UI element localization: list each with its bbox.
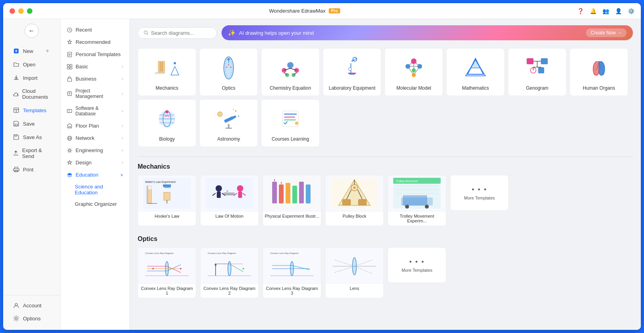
astronomy-thumb bbox=[209, 104, 248, 134]
sidebar-item-save[interactable]: Save bbox=[6, 117, 57, 130]
personal-label: Personal Templates bbox=[76, 51, 121, 57]
svg-text:✓: ✓ bbox=[296, 122, 298, 125]
template-hookes[interactable]: Matter's Law Experiment bbox=[138, 175, 196, 226]
sidebar-item-project[interactable]: Project Management › bbox=[61, 85, 129, 102]
sidebar-item-account[interactable]: Account bbox=[6, 299, 57, 312]
sidebar-item-floor[interactable]: Floor Plan › bbox=[61, 120, 129, 132]
maximize-button[interactable]: □ bbox=[27, 8, 32, 14]
back-button[interactable]: ← bbox=[25, 24, 39, 38]
category-astronomy[interactable]: Astronomy bbox=[199, 99, 258, 147]
ai-banner[interactable]: ✨ AI drawing helps open your mind Create… bbox=[222, 25, 633, 40]
mechanics-section: Mechanics Matter's Law Experiment bbox=[138, 163, 633, 226]
sidebar-sub-item-science[interactable]: Science and Education bbox=[61, 181, 129, 198]
template-lens[interactable]: Lens bbox=[325, 247, 384, 298]
close-button[interactable]: × bbox=[9, 8, 15, 14]
notification-icon[interactable]: 🔔 bbox=[589, 8, 597, 15]
template-convex3[interactable]: Convex Lens Ray Diagram bbox=[263, 247, 321, 298]
project-label: Project Management bbox=[76, 88, 119, 99]
svg-rect-127 bbox=[238, 192, 242, 198]
svg-rect-16 bbox=[70, 64, 72, 66]
category-mathematics[interactable]: Mathematics bbox=[446, 48, 505, 96]
recommended-icon bbox=[67, 40, 72, 45]
mechanics-template-grid: Matter's Law Experiment bbox=[138, 175, 633, 226]
more-mechanics-button[interactable]: • • • More Templates bbox=[450, 175, 509, 211]
sidebar-item-templates[interactable]: Templates bbox=[6, 104, 57, 117]
category-mechanics[interactable]: Mechanics bbox=[138, 48, 196, 96]
sidebar-item-education[interactable]: Education ∨ bbox=[61, 169, 129, 181]
svg-point-74 bbox=[412, 73, 416, 77]
search-input[interactable] bbox=[151, 30, 211, 36]
new-add-button[interactable]: + bbox=[44, 48, 51, 54]
pulley-label: Pulley Block bbox=[326, 211, 383, 221]
floor-chevron: › bbox=[122, 124, 123, 128]
sidebar-item-open[interactable]: Open bbox=[6, 58, 57, 71]
trolley-label: Trolley Movement Experim... bbox=[388, 211, 446, 226]
create-now-button[interactable]: Create Now → bbox=[586, 28, 627, 37]
sidebar-item-network[interactable]: Network › bbox=[61, 132, 129, 144]
sidebar-item-engineering[interactable]: Engineering › bbox=[61, 144, 129, 156]
mechanics-section-title: Mechanics bbox=[138, 163, 633, 170]
business-icon bbox=[67, 76, 72, 82]
engineering-chevron: › bbox=[122, 148, 123, 152]
network-chevron: › bbox=[122, 136, 123, 140]
sidebar-item-recommended[interactable]: Recommended bbox=[61, 36, 129, 48]
sidebar-item-options[interactable]: Options bbox=[6, 312, 57, 325]
help-icon[interactable]: ❓ bbox=[577, 8, 584, 15]
convex2-label: Convex Lens Ray Diagram 2 bbox=[201, 283, 258, 298]
svg-point-167 bbox=[180, 268, 182, 269]
title-bar-right: ❓ 🔔 👥 👤 ⚙️ bbox=[577, 8, 635, 15]
svg-rect-132 bbox=[272, 182, 277, 203]
category-courses[interactable]: ✓ Courses Learning bbox=[261, 99, 320, 147]
project-icon bbox=[67, 91, 72, 96]
template-trolley[interactable]: Trolley Movement bbox=[388, 175, 446, 226]
more-optics-button[interactable]: • • • More Templates bbox=[388, 247, 446, 283]
svg-line-31 bbox=[147, 34, 148, 35]
svg-point-40 bbox=[227, 58, 230, 60]
sidebar-item-saveas[interactable]: Save As bbox=[6, 131, 57, 143]
sidebar-item-design[interactable]: Design › bbox=[61, 156, 129, 169]
sidebar-item-print[interactable]: Print bbox=[6, 163, 57, 176]
team-icon[interactable]: 👥 bbox=[602, 8, 609, 15]
svg-point-8 bbox=[15, 303, 17, 306]
mathematics-label: Mathematics bbox=[462, 85, 489, 91]
cloud-label: Cloud Documents bbox=[22, 88, 51, 100]
category-genogram[interactable]: Genogram bbox=[508, 48, 566, 96]
sidebar-item-recent[interactable]: Recent bbox=[61, 24, 129, 36]
category-lab[interactable]: Laboratory Equipment bbox=[323, 48, 381, 96]
sidebar-item-new[interactable]: New + bbox=[6, 45, 57, 57]
sidebar-item-export[interactable]: Export & Send bbox=[6, 144, 57, 162]
open-label: Open bbox=[23, 62, 36, 68]
template-physical[interactable]: Physical Experiment Illustr... bbox=[263, 175, 321, 226]
category-optics[interactable]: Optics bbox=[199, 48, 258, 96]
biology-thumb bbox=[147, 104, 187, 134]
svg-point-126 bbox=[237, 185, 243, 192]
network-icon bbox=[67, 135, 72, 141]
sidebar-item-personal[interactable]: Personal Templates bbox=[61, 48, 129, 60]
account-icon bbox=[13, 302, 20, 309]
minimize-button[interactable]: − bbox=[18, 8, 24, 14]
category-human-organs[interactable]: Human Organs bbox=[570, 48, 628, 96]
svg-rect-107 bbox=[284, 113, 297, 115]
template-law-motion[interactable]: F Law Of Motion bbox=[200, 175, 259, 226]
sidebar-item-business[interactable]: Business › bbox=[61, 73, 129, 85]
svg-rect-6 bbox=[15, 124, 17, 126]
biology-label: Biology bbox=[159, 136, 174, 142]
template-convex1[interactable]: Convex Lens Ray Diagram bbox=[138, 247, 196, 298]
category-molecular[interactable]: Molecular Model bbox=[385, 48, 443, 96]
back-icon: ← bbox=[28, 27, 35, 34]
genogram-thumb bbox=[517, 53, 557, 83]
template-pulley[interactable]: Pulley Block bbox=[325, 175, 384, 226]
user-icon[interactable]: 👤 bbox=[615, 8, 622, 15]
template-convex2[interactable]: Convex Lens Ray Diagram bbox=[200, 247, 259, 298]
category-biology[interactable]: Biology bbox=[138, 99, 196, 147]
search-box[interactable] bbox=[138, 27, 217, 39]
settings-icon[interactable]: ⚙️ bbox=[627, 8, 635, 15]
education-chevron: ∨ bbox=[120, 173, 123, 177]
sidebar-item-basic[interactable]: Basic › bbox=[61, 60, 129, 73]
sidebar-sub-item-graphic[interactable]: Graphic Organizer bbox=[61, 198, 129, 210]
optics-section: Optics Convex Lens Ray Diagram bbox=[138, 235, 633, 298]
category-chemistry[interactable]: HO OH Chemistry Equation bbox=[261, 48, 320, 96]
sidebar-item-import[interactable]: Import bbox=[6, 71, 57, 84]
sidebar-item-software[interactable]: Software & Database › bbox=[61, 102, 129, 120]
sidebar-item-cloud[interactable]: Cloud Documents bbox=[6, 85, 57, 103]
